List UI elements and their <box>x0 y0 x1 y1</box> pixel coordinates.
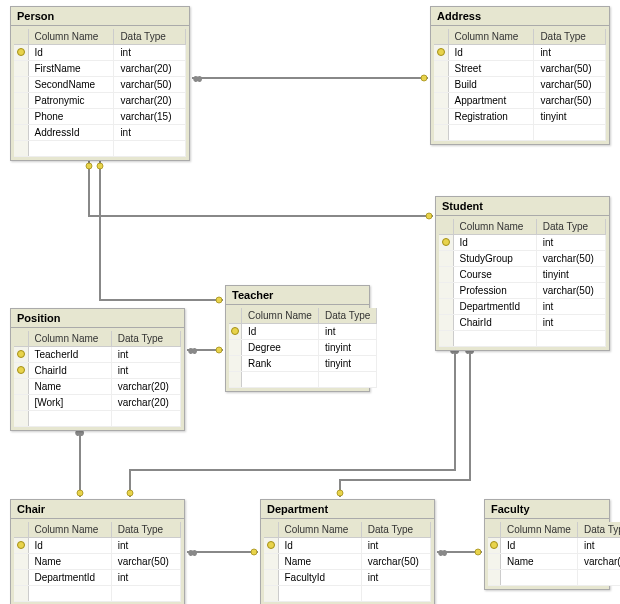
key-header <box>14 29 28 45</box>
primary-key-icon <box>229 324 242 340</box>
column-datatype: int <box>577 538 620 554</box>
key-cell <box>264 554 278 570</box>
column-name: Course <box>453 267 536 283</box>
column-name: Rank <box>242 356 319 372</box>
column-datatype: tinyint <box>534 109 606 125</box>
column-row[interactable]: Idint <box>488 538 620 554</box>
entity-chair[interactable]: ChairColumn NameData TypeIdintNamevarcha… <box>10 499 185 604</box>
column-name: Id <box>242 324 319 340</box>
column-name: Name <box>501 554 578 570</box>
empty-row <box>434 125 606 141</box>
column-datatype: int <box>361 538 430 554</box>
column-datatype: varchar(20) <box>111 395 180 411</box>
column-datatype: varchar(50) <box>536 283 605 299</box>
column-datatype: varchar(50) <box>577 554 620 570</box>
column-datatype: varchar(15) <box>114 109 186 125</box>
column-row[interactable]: AddressIdint <box>14 125 186 141</box>
column-datatype: int <box>534 45 606 61</box>
column-row[interactable]: Ranktinyint <box>229 356 377 372</box>
column-row[interactable]: Degreetinyint <box>229 340 377 356</box>
column-name: SecondName <box>28 77 114 93</box>
colname-header: Column Name <box>242 308 319 324</box>
column-row[interactable]: FacultyIdint <box>264 570 431 586</box>
entity-department[interactable]: DepartmentColumn NameData TypeIdintNamev… <box>260 499 435 604</box>
column-row[interactable]: Registrationtinyint <box>434 109 606 125</box>
column-row[interactable]: Streetvarchar(50) <box>434 61 606 77</box>
column-row[interactable]: Professionvarchar(50) <box>439 283 606 299</box>
entity-position[interactable]: PositionColumn NameData TypeTeacherIdint… <box>10 308 185 431</box>
column-row[interactable]: Buildvarchar(50) <box>434 77 606 93</box>
column-row[interactable]: Namevarchar(50) <box>264 554 431 570</box>
entity-address[interactable]: AddressColumn NameData TypeIdintStreetva… <box>430 6 610 145</box>
datatype-header: Data Type <box>534 29 606 45</box>
column-row[interactable]: [Work]varchar(20) <box>14 395 181 411</box>
column-datatype: varchar(20) <box>114 61 186 77</box>
column-row[interactable]: Idint <box>439 235 606 251</box>
column-name: FirstName <box>28 61 114 77</box>
column-row[interactable]: SecondNamevarchar(50) <box>14 77 186 93</box>
columns-table: Column NameData TypeIdintNamevarchar(50)… <box>264 522 431 602</box>
column-datatype: varchar(50) <box>361 554 430 570</box>
column-name: Id <box>501 538 578 554</box>
column-row[interactable]: StudyGroupvarchar(50) <box>439 251 606 267</box>
key-cell <box>488 554 501 570</box>
empty-row <box>14 586 181 602</box>
column-datatype: varchar(50) <box>534 61 606 77</box>
column-name: Id <box>448 45 534 61</box>
column-datatype: varchar(50) <box>114 77 186 93</box>
column-row[interactable]: Namevarchar(50) <box>488 554 620 570</box>
column-row[interactable]: DepartmentIdint <box>14 570 181 586</box>
column-row[interactable]: Coursetinyint <box>439 267 606 283</box>
colname-header: Column Name <box>278 522 361 538</box>
column-name: Name <box>28 379 111 395</box>
entity-title: Student <box>436 197 609 216</box>
column-name: Profession <box>453 283 536 299</box>
entity-person[interactable]: PersonColumn NameData TypeIdintFirstName… <box>10 6 190 161</box>
columns-table: Column NameData TypeIdintStreetvarchar(5… <box>434 29 606 141</box>
columns-table: Column NameData TypeIdintNamevarchar(50)… <box>14 522 181 602</box>
column-datatype: int <box>111 347 180 363</box>
column-name: Id <box>278 538 361 554</box>
colname-header: Column Name <box>28 331 111 347</box>
column-row[interactable]: DepartmentIdint <box>439 299 606 315</box>
empty-row <box>14 411 181 427</box>
key-header <box>14 522 28 538</box>
column-row[interactable]: TeacherIdint <box>14 347 181 363</box>
column-row[interactable]: ChairIdint <box>439 315 606 331</box>
column-name: Phone <box>28 109 114 125</box>
columns-table: Column NameData TypeIdintFirstNamevarcha… <box>14 29 186 157</box>
columns-table: Column NameData TypeIdintStudyGroupvarch… <box>439 219 606 347</box>
column-row[interactable]: Idint <box>229 324 377 340</box>
entity-faculty[interactable]: FacultyColumn NameData TypeIdintNamevarc… <box>484 499 610 590</box>
column-row[interactable]: Appartmentvarchar(50) <box>434 93 606 109</box>
key-cell <box>434 109 448 125</box>
key-cell <box>439 267 453 283</box>
key-cell <box>439 251 453 267</box>
column-row[interactable]: FirstNamevarchar(20) <box>14 61 186 77</box>
column-name: FacultyId <box>278 570 361 586</box>
entity-teacher[interactable]: TeacherColumn NameData TypeIdintDegreeti… <box>225 285 370 392</box>
column-row[interactable]: Idint <box>264 538 431 554</box>
column-name: [Work] <box>28 395 111 411</box>
diagram-canvas: ∞ <box>0 0 620 604</box>
column-datatype: int <box>111 570 180 586</box>
key-header <box>439 219 453 235</box>
key-cell <box>14 61 28 77</box>
entity-student[interactable]: StudentColumn NameData TypeIdintStudyGro… <box>435 196 610 351</box>
column-row[interactable]: Namevarchar(50) <box>14 554 181 570</box>
column-row[interactable]: Phonevarchar(15) <box>14 109 186 125</box>
column-datatype: tinyint <box>536 267 605 283</box>
key-header <box>434 29 448 45</box>
column-datatype: int <box>114 125 186 141</box>
column-row[interactable]: Idint <box>14 538 181 554</box>
primary-key-icon <box>488 538 501 554</box>
key-cell <box>434 77 448 93</box>
column-row[interactable]: Namevarchar(20) <box>14 379 181 395</box>
entity-title: Faculty <box>485 500 609 519</box>
column-row[interactable]: Idint <box>14 45 186 61</box>
column-row[interactable]: Idint <box>434 45 606 61</box>
colname-header: Column Name <box>448 29 534 45</box>
key-cell <box>439 315 453 331</box>
column-row[interactable]: Patronymicvarchar(20) <box>14 93 186 109</box>
column-row[interactable]: ChairIdint <box>14 363 181 379</box>
